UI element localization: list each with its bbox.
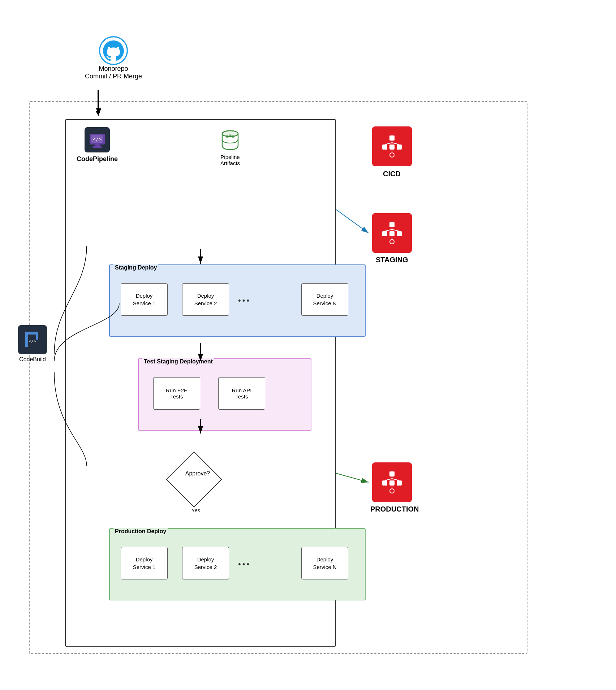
- svg-rect-14: [397, 145, 402, 150]
- svg-point-36: [390, 489, 394, 493]
- github-icon: [99, 36, 128, 65]
- production-env-label: PRODUCTION: [370, 505, 419, 513]
- pipeline-box: </> CodePipeline Pipeline Artif: [65, 119, 336, 647]
- svg-line-35: [392, 479, 399, 480]
- svg-rect-5: [92, 146, 102, 148]
- staging-serviceN-box: Deploy Service N: [301, 283, 348, 316]
- prod-service2-box: Deploy Service 2: [182, 547, 229, 579]
- prod-serviceN-box: Deploy Service N: [301, 547, 348, 579]
- svg-rect-11: [389, 135, 395, 141]
- staging-dots: •••: [238, 296, 251, 305]
- github-area: Monorepo Commit / PR Merge: [85, 36, 142, 80]
- svg-line-17: [392, 143, 399, 145]
- svg-rect-12: [382, 145, 387, 150]
- test-e2e-label: Run E2E Tests: [166, 387, 188, 400]
- artifacts-label: Pipeline Artifacts: [220, 154, 240, 166]
- codebuild-icon: </>: [18, 325, 47, 354]
- svg-point-10: [232, 135, 234, 138]
- svg-rect-29: [389, 471, 395, 476]
- test-e2e-box: Run E2E Tests: [153, 377, 200, 410]
- prod-service1-box: Deploy Service 1: [121, 547, 168, 579]
- approve-diamond: [166, 451, 222, 508]
- test-api-box: Run API Tests: [218, 377, 265, 410]
- staging-service2-label: Deploy Service 2: [194, 292, 217, 307]
- svg-text:</>: </>: [92, 136, 102, 142]
- cicd-label: CICD: [383, 170, 401, 178]
- svg-line-34: [385, 479, 392, 480]
- cicd-badge: [372, 126, 412, 166]
- codebuild-label: CodeBuild: [19, 356, 46, 363]
- svg-text:</>: </>: [29, 339, 36, 344]
- svg-rect-32: [397, 480, 402, 486]
- prod-dots: •••: [238, 560, 251, 569]
- svg-point-27: [390, 240, 394, 244]
- test-staging-label: Test Staging Deployment: [142, 358, 214, 365]
- svg-rect-31: [389, 480, 395, 486]
- artifacts-icon: [217, 127, 243, 152]
- yes-label: Yes: [171, 507, 221, 513]
- staging-deploy-label: Staging Deploy: [113, 264, 158, 271]
- staging-env-label: STAGING: [376, 256, 408, 264]
- svg-point-8: [226, 135, 229, 138]
- production-deploy-label: Production Deploy: [113, 528, 168, 535]
- codepipeline-label: CodePipeline: [77, 155, 118, 163]
- staging-service1-label: Deploy Service 1: [133, 292, 156, 307]
- svg-rect-22: [389, 231, 395, 236]
- svg-point-9: [229, 134, 232, 137]
- staging-service2-box: Deploy Service 2: [182, 283, 229, 316]
- approve-label: Approve?: [178, 470, 217, 477]
- prod-service1-label: Deploy Service 1: [133, 556, 156, 571]
- svg-rect-13: [389, 145, 395, 150]
- svg-point-18: [390, 153, 394, 157]
- production-badge: [372, 462, 412, 502]
- svg-rect-4: [95, 145, 100, 146]
- staging-badge: [372, 213, 412, 253]
- codebuild-area: </> CodeBuild: [18, 325, 47, 363]
- test-api-label: Run API Tests: [232, 387, 251, 400]
- svg-rect-21: [382, 231, 387, 236]
- svg-rect-23: [397, 231, 402, 236]
- approve-area: Approve? Yes: [171, 456, 221, 513]
- svg-rect-30: [382, 480, 387, 486]
- staging-service1-box: Deploy Service 1: [121, 283, 168, 316]
- svg-line-25: [385, 229, 392, 231]
- test-staging-box: Test Staging Deployment Run E2E Tests Ru…: [138, 358, 311, 431]
- artifacts-area: Pipeline Artifacts: [217, 127, 243, 166]
- codepipeline-icon: </>: [85, 127, 110, 152]
- svg-rect-20: [389, 222, 395, 227]
- production-deploy-box: Production Deploy Deploy Service 1 Deplo…: [109, 528, 366, 600]
- codepipeline-area: </> CodePipeline: [77, 127, 118, 163]
- staging-deploy-box: Staging Deploy Deploy Service 1 Deploy S…: [109, 264, 366, 337]
- prod-service2-label: Deploy Service 2: [194, 556, 217, 571]
- staging-serviceN-label: Deploy Service N: [313, 292, 336, 307]
- svg-line-26: [392, 229, 399, 231]
- github-label: Monorepo Commit / PR Merge: [85, 65, 142, 80]
- svg-rect-40: [36, 332, 38, 340]
- prod-serviceN-label: Deploy Service N: [313, 556, 336, 571]
- svg-line-16: [385, 143, 392, 145]
